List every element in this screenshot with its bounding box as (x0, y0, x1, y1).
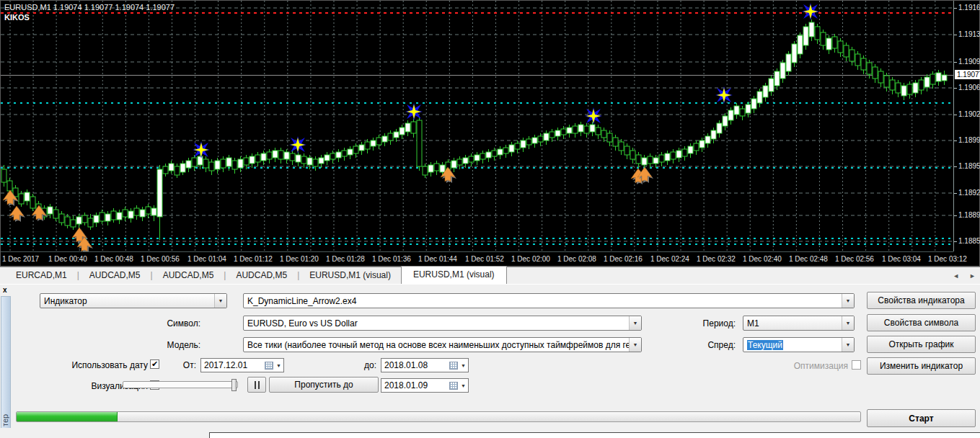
period-dropdown[interactable]: M1 ▼ (743, 316, 855, 331)
indicator-properties-button[interactable]: Свойства индикатора (867, 292, 976, 309)
star-signal-markers (193, 3, 819, 158)
chart-tab-4[interactable]: EURUSD,M1 (visual) (299, 267, 401, 284)
candlestick-series (1, 19, 947, 240)
skip-to-button[interactable]: Пропустить до (269, 377, 379, 393)
time-tick-label: 1 Dec 01:20 (280, 255, 319, 263)
chevron-down-icon[interactable]: ▼ (461, 363, 466, 368)
time-tick-label: 1 Dec 02:48 (789, 255, 828, 263)
time-tick-label: 1 Dec 01:04 (187, 255, 226, 263)
pause-button[interactable] (247, 377, 266, 393)
symbol-combo[interactable]: EURUSD, Euro vs US Dollar ▼ (243, 316, 642, 331)
price-tick-mark (954, 62, 957, 63)
chevron-down-icon[interactable]: ▼ (842, 316, 854, 330)
time-tick-label: 1 Dec 02:32 (697, 255, 736, 263)
price-tick-mark (954, 241, 957, 242)
expert-combo[interactable]: K_DynamicLine_Arrow2.ex4 ▼ (243, 293, 855, 308)
chevron-down-icon[interactable]: ▼ (842, 338, 854, 352)
chevron-down-icon[interactable]: ▼ (214, 294, 226, 308)
price-tick-label: 1.19165 (958, 4, 980, 12)
time-tick-label: 1 Dec 00:40 (48, 255, 87, 263)
mode-dropdown[interactable]: Индикатор ▼ (40, 293, 227, 308)
price-tick-label: 1.19060 (958, 84, 980, 91)
chevron-down-icon[interactable]: ▼ (276, 363, 281, 368)
bottom-strip (0, 428, 980, 438)
start-button[interactable]: Старт (867, 409, 976, 427)
chart-tab-bar: EURCAD,M1|AUDCAD,M5|AUDCAD,M5|AUDCAD,M5|… (0, 267, 980, 284)
test-progress-fill (17, 412, 118, 421)
price-tick-label: 1.18920 (958, 189, 980, 197)
price-tick-label: 1.19025 (958, 110, 980, 118)
time-tick-label: 1 Dec 02:08 (557, 255, 596, 263)
test-progress-bar (16, 411, 861, 422)
time-tick-label: 1 Dec 2017 (2, 255, 39, 263)
time-tick-label: 1 Dec 02:16 (604, 255, 643, 263)
chevron-down-icon[interactable]: ▼ (461, 383, 466, 388)
time-tick-label: 1 Dec 02:24 (650, 255, 689, 263)
time-tick-label: 1 Dec 02:00 (511, 255, 550, 263)
symbol-label: Символ: (130, 318, 200, 328)
calendar-icon[interactable] (449, 382, 458, 390)
price-tick-mark (954, 35, 957, 35)
symbol-properties-button[interactable]: Свойства символа (867, 314, 976, 331)
price-tick-label: 1.19130 (958, 30, 980, 38)
current-price-box: 1.19077 (955, 70, 980, 79)
price-tick-mark (954, 140, 957, 141)
chevron-down-icon[interactable]: ▼ (842, 294, 854, 308)
visualization-speed-slider[interactable] (123, 381, 238, 388)
mode-value: Индикатор (40, 296, 214, 306)
quote-line: EURUSD,M1 1.19074 1.19077 1.19074 1.1907… (4, 3, 175, 12)
chart-tab-5[interactable]: EURUSD,M1 (visual) (401, 266, 507, 284)
price-tick-label: 1.18990 (958, 136, 980, 144)
time-tick-label: 1 Dec 03:04 (882, 255, 921, 263)
time-axis[interactable]: 1 Dec 20171 Dec 00:401 Dec 00:481 Dec 00… (1, 251, 953, 267)
price-tick-mark (954, 215, 957, 216)
chart-tab-1[interactable]: AUDCAD,M5 (79, 267, 151, 284)
optimization-label: Оптимизация (779, 361, 848, 371)
tester-side-label: тер (1, 402, 9, 426)
candlestick-chart[interactable] (1, 1, 953, 251)
time-tick-label: 1 Dec 03:12 (928, 255, 967, 263)
use-date-checkbox[interactable]: ✔ (150, 359, 159, 369)
period-value: M1 (743, 318, 842, 328)
chevron-down-icon[interactable]: ▼ (629, 316, 641, 330)
price-tick-mark (954, 193, 957, 194)
chart-panel[interactable]: EURUSD,M1 1.19074 1.19077 1.19074 1.1907… (0, 0, 980, 267)
spread-label: Спред: (678, 340, 736, 350)
slider-handle[interactable] (231, 379, 237, 391)
price-tick-label: 1.19095 (958, 58, 980, 66)
pause-icon (258, 381, 260, 389)
tab-scroll-arrows: ◄ ► (953, 272, 976, 280)
skip-date-field[interactable]: 2018.01.09 ▼ (381, 378, 469, 393)
model-value: Все тики (наиболее точный метод на основ… (244, 340, 629, 350)
calendar-icon[interactable] (265, 362, 273, 370)
price-axis[interactable]: 1.191651.191301.190951.190601.190251.189… (953, 1, 980, 251)
close-icon[interactable]: x (3, 287, 7, 294)
to-label: до: (346, 360, 376, 370)
chart-tab-3[interactable]: AUDCAD,M5 (226, 267, 297, 284)
time-tick-label: 1 Dec 00:48 (94, 255, 133, 263)
to-date-value: 2018.01.08 (381, 360, 449, 370)
model-label: Модель: (130, 340, 200, 350)
calendar-icon[interactable] (449, 362, 458, 370)
spread-combo[interactable]: Текущий ▼ (743, 337, 855, 352)
symbol-value: EURUSD, Euro vs US Dollar (244, 318, 629, 328)
tab-scroll-right-icon[interactable]: ► (969, 272, 976, 280)
modify-indicator-button[interactable]: Изменить индикатор (867, 357, 976, 375)
pause-icon (255, 381, 256, 389)
chart-tab-2[interactable]: AUDCAD,M5 (153, 267, 224, 284)
tab-scroll-left-icon[interactable]: ◄ (953, 272, 959, 280)
price-tick-mark (954, 166, 957, 167)
optimization-checkbox[interactable] (852, 360, 861, 370)
model-combo[interactable]: Все тики (наиболее точный метод на основ… (243, 337, 642, 352)
chart-tab-0[interactable]: EURCAD,M1 (6, 267, 77, 284)
to-date-field[interactable]: 2018.01.08 ▼ (381, 358, 469, 372)
open-chart-button[interactable]: Открыть график (867, 336, 976, 353)
price-tick-label: 1.18890 (958, 211, 980, 219)
from-date-field[interactable]: 2017.12.01 ▼ (200, 358, 284, 372)
mt4-strategy-tester-window: EURUSD,M1 1.19074 1.19077 1.19074 1.1907… (0, 0, 980, 438)
price-tick-label: 1.18855 (958, 237, 980, 245)
spread-value: Текущий (743, 340, 842, 350)
from-date-value: 2017.12.01 (201, 360, 265, 370)
chevron-down-icon[interactable]: ▼ (629, 338, 641, 352)
time-tick-label: 1 Dec 01:28 (326, 255, 365, 263)
